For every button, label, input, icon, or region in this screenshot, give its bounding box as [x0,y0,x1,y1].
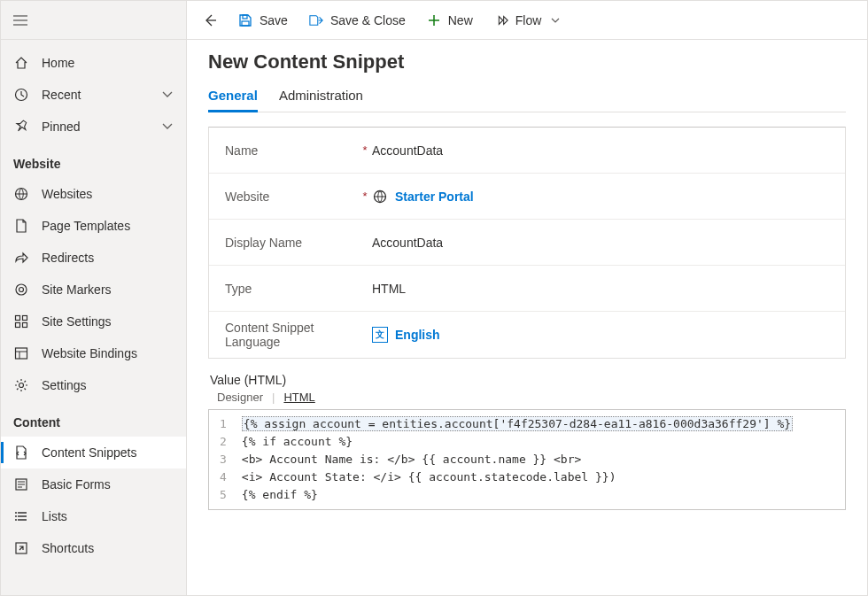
field-value[interactable]: HTML [372,282,829,296]
sidebar-item-label: Home [42,56,174,70]
sidebar-item-pinned[interactable]: Pinned [1,111,186,143]
hamburger-button[interactable] [1,1,40,40]
svg-rect-5 [23,316,27,321]
flow-button[interactable]: Flow [484,1,574,40]
svg-rect-7 [23,323,27,328]
field-value-text: HTML [372,282,406,296]
code-line[interactable]: <b> Account Name is: </b> {{ account.nam… [242,451,838,468]
settings-grid-icon [13,313,29,329]
tab-general[interactable]: General [208,82,258,112]
svg-rect-6 [16,323,20,328]
chevron-down-icon [161,120,174,133]
editor-tab-designer[interactable]: Designer [215,389,265,406]
svg-point-11 [15,512,17,514]
code-line[interactable]: {% if account %} [242,433,838,451]
svg-point-13 [15,519,17,521]
form-row: Name*AccountData [209,128,845,174]
hamburger-icon [13,15,27,26]
sidebar-item-contentsnippets[interactable]: Content Snippets [1,437,186,468]
sidebar-item-label: Lists [42,509,174,523]
sidebar-item-label: Content Snippets [42,445,174,460]
svg-point-3 [19,288,24,292]
save-close-label: Save & Close [330,13,406,27]
svg-point-9 [19,383,24,388]
shortcut-icon [13,540,29,556]
svg-rect-16 [242,21,249,26]
sidebar-item-recent[interactable]: Recent [1,79,186,111]
required-indicator: * [358,143,372,157]
svg-point-12 [15,515,17,517]
field-value[interactable]: Starter Portal [372,189,829,205]
form-row: Website*Starter Portal [209,174,845,220]
page-title: New Content Snippet [208,50,846,74]
home-icon [13,55,29,71]
field-value[interactable]: 文English [372,327,829,343]
save-close-button[interactable]: Save & Close [298,1,416,40]
tab-administration[interactable]: Administration [279,82,363,112]
sidebar-item-label: Websites [42,187,174,201]
globe-icon [13,186,29,202]
sidebar-item-basicforms[interactable]: Basic Forms [1,468,186,500]
value-html-label: Value (HTML) [208,373,846,387]
tabs: GeneralAdministration [208,82,846,112]
pin-icon [13,119,29,135]
form-icon [13,476,29,492]
page-icon [13,218,29,234]
field-value[interactable]: AccountData [372,236,829,250]
save-button[interactable]: Save [228,1,298,40]
code-line[interactable]: {% assign account = entities.account['f4… [242,415,838,433]
clock-icon [13,87,29,103]
code-line[interactable]: <i> Account State: </i> {{ account.state… [242,468,838,486]
plus-icon [427,13,441,27]
sidebar-item-settings[interactable]: Settings [1,369,186,401]
sidebar-item-sitemarkers[interactable]: Site Markers [1,274,186,306]
form-row: Display NameAccountData [209,220,845,266]
sidebar-item-shortcuts[interactable]: Shortcuts [1,532,186,564]
list-icon [13,508,29,524]
sidebar-item-label: Pinned [42,120,161,134]
sidebar-item-pagetemplates[interactable]: Page Templates [1,210,186,242]
svg-rect-8 [16,348,27,359]
sidebar-item-redirects[interactable]: Redirects [1,242,186,274]
field-label: Name [225,143,358,158]
svg-rect-4 [16,316,20,321]
sidebar-item-label: Recent [42,88,161,102]
sidebar-item-label: Basic Forms [42,477,174,492]
chevron-down-icon [161,89,174,101]
redirect-icon [13,250,29,266]
field-label: Type [225,282,358,296]
back-arrow-icon [203,13,217,27]
code-editor[interactable]: 12345 {% assign account = entities.accou… [208,409,846,510]
sidebar-section-title: Website [1,143,186,178]
sidebar-item-websitebindings[interactable]: Website Bindings [1,337,186,369]
back-button[interactable] [192,1,228,40]
save-icon [238,13,252,27]
form-row: Content Snippet Language文English [209,312,845,358]
flow-label: Flow [515,13,542,27]
editor-tab-html[interactable]: HTML [282,389,316,406]
sidebar-item-lists[interactable]: Lists [1,500,186,532]
field-value[interactable]: AccountData [372,143,829,158]
flow-icon [494,13,508,27]
field-value-text: AccountData [372,143,443,158]
required-indicator: * [358,190,372,203]
save-label: Save [260,13,288,27]
field-value-text: Starter Portal [395,190,474,204]
svg-point-2 [16,284,27,295]
separator: | [272,391,275,404]
code-line[interactable]: {% endif %} [242,486,838,504]
sidebar-section-title: Content [1,401,186,437]
main: Save Save & Close New Flow [187,1,867,595]
sidebar-item-sitesettings[interactable]: Site Settings [1,306,186,337]
sidebar-item-label: Site Settings [42,314,174,329]
sidebar: HomeRecentPinnedWebsiteWebsitesPage Temp… [1,1,187,595]
form-card: Name*AccountDataWebsite*Starter PortalDi… [208,127,846,359]
field-label: Display Name [225,236,358,250]
field-value-text: AccountData [372,236,443,250]
binding-icon [13,345,29,361]
new-button[interactable]: New [416,1,484,40]
sidebar-item-home[interactable]: Home [1,47,186,79]
sidebar-item-label: Settings [42,378,174,392]
sidebar-item-websites[interactable]: Websites [1,178,186,210]
form-row: TypeHTML [209,266,845,312]
